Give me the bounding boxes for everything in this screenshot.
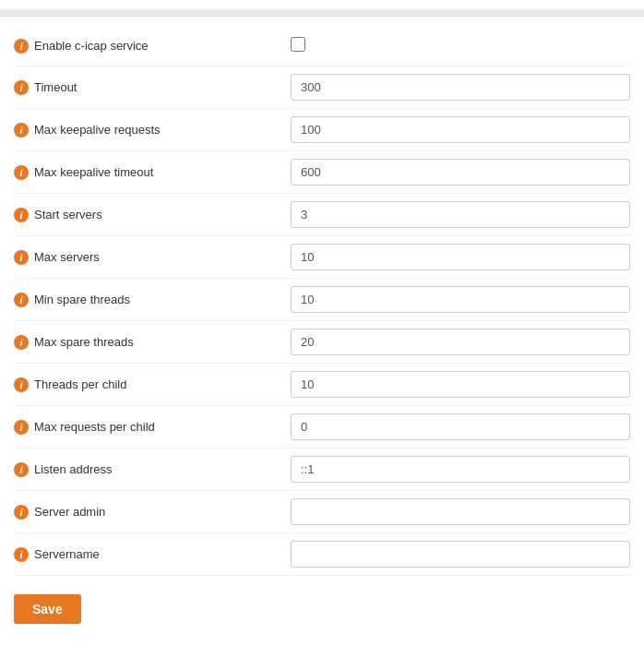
- label-col-start-servers: iStart servers: [14, 208, 291, 222]
- label-col-server-admin: iServer admin: [14, 505, 291, 520]
- info-icon-listen-address: i: [14, 462, 29, 477]
- form-row-max-requests-per-child: iMax requests per child: [14, 406, 630, 449]
- checkbox-enable-cicap[interactable]: [291, 37, 305, 52]
- label-col-min-spare-threads: iMin spare threads: [14, 293, 291, 307]
- input-server-admin[interactable]: [291, 498, 630, 525]
- input-servername[interactable]: [291, 541, 630, 568]
- input-max-keepalive-timeout[interactable]: [291, 159, 630, 185]
- input-col-enable-cicap: [291, 37, 630, 54]
- info-icon-max-requests-per-child: i: [14, 420, 29, 435]
- form-row-max-servers: iMax servers: [14, 236, 630, 279]
- info-icon-max-servers: i: [14, 250, 29, 265]
- info-icon-min-spare-threads: i: [14, 293, 29, 307]
- label-text-start-servers: Start servers: [34, 208, 102, 221]
- input-col-listen-address: [291, 456, 630, 483]
- form-row-enable-cicap: iEnable c-icap service: [14, 26, 630, 66]
- input-col-timeout: [291, 74, 630, 101]
- label-col-max-spare-threads: iMax spare threads: [14, 335, 291, 350]
- label-col-max-keepalive-requests: iMax keepalive requests: [14, 123, 291, 138]
- label-col-threads-per-child: iThreads per child: [14, 377, 291, 392]
- input-max-keepalive-requests[interactable]: [291, 116, 630, 143]
- top-bar: [0, 9, 644, 17]
- input-col-start-servers: [291, 201, 630, 228]
- input-max-spare-threads[interactable]: [291, 329, 630, 355]
- label-text-max-keepalive-timeout: Max keepalive timeout: [34, 165, 153, 179]
- input-col-max-spare-threads: [291, 329, 630, 355]
- input-col-max-keepalive-requests: [291, 116, 630, 143]
- info-icon-max-spare-threads: i: [14, 335, 29, 350]
- label-col-max-keepalive-timeout: iMax keepalive timeout: [14, 165, 291, 180]
- label-text-enable-cicap: Enable c-icap service: [34, 39, 149, 53]
- input-col-max-requests-per-child: [291, 413, 630, 440]
- label-text-max-keepalive-requests: Max keepalive requests: [34, 123, 161, 137]
- form-row-server-admin: iServer admin: [14, 491, 630, 533]
- input-timeout[interactable]: [291, 74, 630, 101]
- info-icon-max-keepalive-requests: i: [14, 123, 29, 138]
- form-row-max-spare-threads: iMax spare threads: [14, 321, 630, 364]
- label-text-server-admin: Server admin: [34, 505, 105, 519]
- form-row-max-keepalive-timeout: iMax keepalive timeout: [14, 151, 630, 194]
- label-col-max-requests-per-child: iMax requests per child: [14, 420, 291, 435]
- info-icon-server-admin: i: [14, 505, 29, 520]
- label-col-servername: iServername: [14, 547, 291, 562]
- label-text-max-spare-threads: Max spare threads: [34, 335, 134, 349]
- label-text-timeout: Timeout: [34, 80, 77, 94]
- label-text-min-spare-threads: Min spare threads: [34, 293, 130, 306]
- label-text-servername: Servername: [34, 547, 100, 561]
- input-col-min-spare-threads: [291, 286, 630, 313]
- input-col-max-keepalive-timeout: [291, 159, 630, 185]
- info-icon-start-servers: i: [14, 208, 29, 222]
- label-text-threads-per-child: Threads per child: [34, 377, 126, 391]
- input-start-servers[interactable]: [291, 201, 630, 228]
- save-section: Save: [0, 576, 644, 633]
- input-col-server-admin: [291, 498, 630, 525]
- form-section: iEnable c-icap serviceiTimeoutiMax keepa…: [0, 26, 644, 576]
- input-col-threads-per-child: [291, 371, 630, 398]
- label-col-timeout: iTimeout: [14, 80, 291, 95]
- info-icon-threads-per-child: i: [14, 377, 29, 392]
- form-row-start-servers: iStart servers: [14, 194, 630, 236]
- input-col-max-servers: [291, 244, 630, 270]
- page-container: iEnable c-icap serviceiTimeoutiMax keepa…: [0, 0, 644, 646]
- input-col-servername: [291, 541, 630, 568]
- label-col-max-servers: iMax servers: [14, 250, 291, 265]
- info-icon-enable-cicap: i: [14, 39, 29, 54]
- input-min-spare-threads[interactable]: [291, 286, 630, 313]
- save-button[interactable]: Save: [14, 594, 81, 624]
- label-col-listen-address: iListen address: [14, 462, 291, 477]
- form-row-listen-address: iListen address: [14, 449, 630, 491]
- label-text-max-requests-per-child: Max requests per child: [34, 420, 155, 434]
- input-threads-per-child[interactable]: [291, 371, 630, 398]
- info-icon-servername: i: [14, 547, 29, 562]
- label-col-enable-cicap: iEnable c-icap service: [14, 39, 291, 54]
- info-icon-timeout: i: [14, 80, 29, 95]
- input-max-requests-per-child[interactable]: [291, 413, 630, 440]
- info-icon-max-keepalive-timeout: i: [14, 165, 29, 180]
- label-text-max-servers: Max servers: [34, 250, 100, 264]
- input-max-servers[interactable]: [291, 244, 630, 270]
- form-row-servername: iServername: [14, 533, 630, 576]
- input-listen-address[interactable]: [291, 456, 630, 483]
- form-row-min-spare-threads: iMin spare threads: [14, 279, 630, 321]
- form-row-threads-per-child: iThreads per child: [14, 364, 630, 406]
- form-row-max-keepalive-requests: iMax keepalive requests: [14, 109, 630, 151]
- label-text-listen-address: Listen address: [34, 462, 113, 476]
- form-row-timeout: iTimeout: [14, 66, 630, 109]
